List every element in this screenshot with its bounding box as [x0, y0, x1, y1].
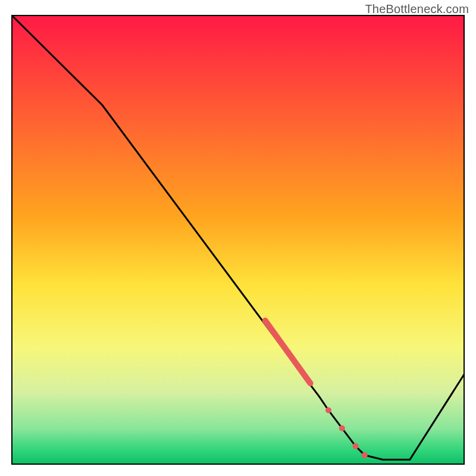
highlight-point	[325, 408, 331, 414]
highlight-point	[353, 443, 359, 449]
highlight-point	[339, 425, 345, 431]
watermark-text: TheBottleneck.com	[365, 2, 469, 16]
highlight-point	[362, 452, 368, 458]
chart-frame: TheBottleneck.com	[0, 0, 476, 476]
bottleneck-chart	[0, 0, 476, 476]
